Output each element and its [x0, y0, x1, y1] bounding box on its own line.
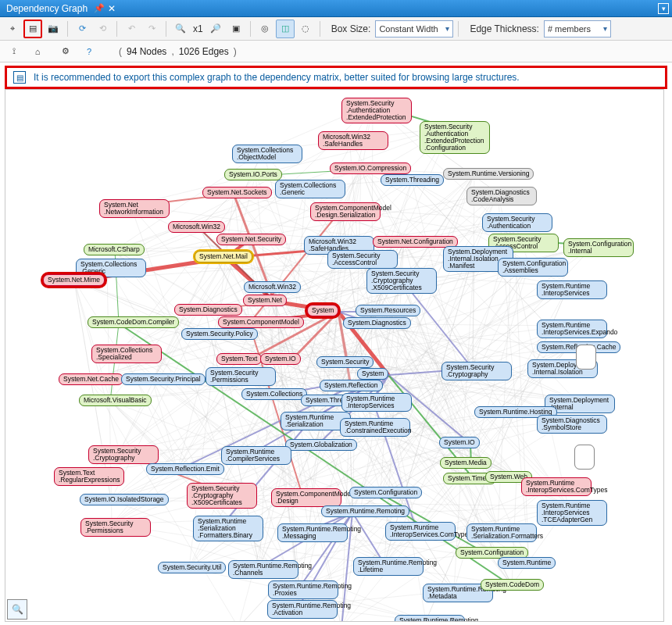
graph-node[interactable]: System.Security	[316, 356, 374, 368]
window-menu-dropdown[interactable]: ▾	[658, 3, 669, 14]
graph-node[interactable]: System.CodeDom.Compiler	[88, 316, 179, 328]
matrix-export-icon[interactable]: ▤	[13, 71, 26, 84]
lasso-select-button[interactable]: ◌	[296, 20, 315, 38]
graph-node[interactable]: System.Text	[216, 353, 262, 365]
graph-node[interactable]: System.Net.Mime	[43, 274, 105, 286]
graph-node[interactable]: System.Security .Authentication .Extende…	[420, 121, 490, 154]
graph-node[interactable]: System.Runtime.Remoting .Contexts	[310, 621, 381, 622]
graph-node[interactable]: System.Runtime.Versioning	[443, 168, 534, 180]
graph-node[interactable]: System.Security .Cryptography .X509Certi…	[366, 268, 437, 294]
graph-node[interactable]: System.Net.Security	[216, 234, 286, 245]
box-size-select[interactable]: Constant Width	[375, 20, 453, 38]
edge-thickness-select[interactable]: # members	[544, 20, 611, 38]
graph-node[interactable]: System.Diagnostics .CodeAnalysis	[466, 187, 537, 205]
zoom-out-button[interactable]: 🔎	[206, 20, 225, 38]
graph-node[interactable]: System.Runtime.Remoting .Lifetime	[353, 557, 424, 576]
graph-node[interactable]: System.Security .AccessControl	[327, 250, 398, 269]
graph-node[interactable]: System	[307, 305, 338, 316]
graph-node[interactable]: System.Collections .Specialized	[91, 345, 162, 363]
graph-node[interactable]: System.Threading	[381, 174, 444, 186]
settings-button[interactable]: ⚙	[56, 42, 75, 61]
graph-node[interactable]: System.Runtime .InteropServices.ComTypes	[385, 522, 456, 541]
refresh-alt-button[interactable]: ⟲	[93, 20, 112, 38]
refresh-button[interactable]: ⟳	[73, 20, 91, 38]
graph-node[interactable]: System.Collections .ObjectModel	[232, 145, 302, 163]
graph-node[interactable]: System.Security .Cryptography	[88, 445, 159, 464]
graph-node[interactable]: System.Runtime	[498, 557, 556, 569]
graph-node[interactable]: System.Configuration .Internal	[563, 238, 634, 257]
graph-node[interactable]: System.Collections	[241, 388, 307, 400]
graph-node[interactable]: System.Reflection.Emit	[146, 463, 224, 475]
graph-node[interactable]: System.Configuration .Assemblies	[498, 258, 568, 277]
marquee-select-button[interactable]: ◫	[276, 20, 295, 38]
graph-node[interactable]: System.Globalization	[285, 439, 357, 451]
graph-node[interactable]: Microsoft.Win32	[244, 281, 301, 293]
pin-icon[interactable]: 📌	[94, 3, 105, 13]
graph-node[interactable]: System.IO.Ports	[224, 169, 282, 180]
graph-node[interactable]: System.Security .Cryptography	[441, 362, 512, 380]
recommendation-message[interactable]: It is recommended to export this complex…	[34, 72, 520, 83]
graph-node[interactable]: System.Net .NetworkInformation	[99, 199, 170, 218]
close-icon[interactable]: ✕	[108, 3, 116, 14]
graph-node[interactable]: System.Diagnostics	[174, 304, 242, 316]
graph-node[interactable]: System.ComponentModel .Design.Serializat…	[310, 202, 381, 221]
graph-node[interactable]: System.Security.Principal	[121, 373, 206, 385]
graph-node[interactable]: System.Runtime .CompilerServices	[221, 446, 291, 465]
redo-button[interactable]: ↷	[142, 20, 161, 38]
graph-node[interactable]: System.Collections .Generic	[275, 180, 345, 198]
graph-node[interactable]: System.IO	[260, 353, 301, 365]
graph-node[interactable]: System.Media	[440, 457, 491, 469]
export-matrix-button[interactable]: ▤	[23, 20, 42, 38]
graph-node[interactable]: System.Net.Mail	[195, 251, 252, 262]
graph-node[interactable]: System.Security.Util	[158, 562, 226, 573]
graph-node[interactable]: Microsoft.CSharp	[84, 244, 145, 255]
graph-node[interactable]: System.Runtime.Remoting .Channels	[228, 560, 298, 579]
graph-node[interactable]: System.Runtime .InteropServices	[341, 393, 412, 412]
graph-node[interactable]: System.Diagnostics	[343, 317, 411, 329]
screenshot-button[interactable]: 📷	[44, 20, 63, 38]
zoom-in-button[interactable]: 🔍	[171, 20, 190, 38]
graph-node[interactable]: System.Diagnostics .SymbolStore	[537, 415, 607, 434]
graph-node[interactable]: System.Runtime .InteropServices.ComTypes	[521, 477, 592, 496]
graph-node[interactable]: System.Runtime .ConstrainedExecution	[340, 418, 410, 437]
graph-node[interactable]: System.Net.Sockets	[202, 187, 272, 198]
graph-node[interactable]: System	[357, 368, 388, 380]
undo-button[interactable]: ↶	[122, 20, 141, 38]
overview-toggle[interactable]: 🔍	[7, 599, 27, 620]
graph-node[interactable]: System.Security .Authentication	[482, 213, 552, 232]
graph-node[interactable]: System.ComponentModel .Design	[271, 488, 341, 507]
graph-node[interactable]: System.Runtime.Remoting	[321, 505, 409, 517]
graph-node[interactable]: System.Net.Cache	[59, 373, 123, 385]
graph-node[interactable]: System.Runtime .InteropServices .TCEAdap…	[537, 500, 607, 526]
graph-node[interactable]	[576, 345, 596, 370]
graph-node[interactable]: System.Runtime.Remoting .Services	[395, 615, 465, 622]
cluster-button[interactable]: ⟟	[5, 42, 23, 61]
graph-node[interactable]: System.Runtime .Serialization .Formatter…	[193, 516, 263, 541]
graph-node[interactable]: System.Text .RegularExpressions	[54, 467, 124, 486]
graph-node[interactable]: Microsoft.Win32	[168, 221, 225, 233]
graph-node[interactable]: System.Runtime.Remoting .Messaging	[277, 523, 348, 542]
help-button[interactable]: ?	[80, 42, 98, 61]
layout-hierarchy-button[interactable]: ⌖	[3, 20, 22, 38]
center-button[interactable]: ◎	[256, 20, 274, 38]
graph-node[interactable]: System.Runtime.Remoting .Activation	[267, 600, 338, 619]
graph-node[interactable]: System.Runtime .Serialization.Formatters	[466, 523, 537, 542]
graph-node[interactable]: System.Security .Permissions	[80, 518, 151, 537]
graph-node[interactable]: System.Security .Permissions	[206, 367, 276, 386]
zoom-fit-button[interactable]: ▣	[227, 20, 245, 38]
graph-node[interactable]: System.Security.Policy	[181, 328, 258, 340]
graph-node[interactable]: System.Runtime .InteropServices.Expando	[537, 320, 607, 338]
graph-node[interactable]: System.IO	[439, 437, 480, 448]
graph-node[interactable]: System.CodeDom	[481, 579, 544, 591]
graph-node[interactable]: Microsoft.Win32 .SafeHandles	[318, 131, 388, 150]
graph-node[interactable]: System.Security .Authentication .Extende…	[341, 98, 412, 123]
graph-node[interactable]: System.Resources	[356, 305, 420, 316]
graph-node[interactable]	[574, 445, 595, 470]
graph-node[interactable]: System.Runtime.Remoting .Proxies	[268, 580, 338, 599]
graph-node[interactable]: System.Reflection	[320, 380, 383, 391]
graph-node[interactable]: System.Security .Cryptography .X509Certi…	[187, 483, 257, 509]
graph-canvas[interactable]: System.Security .Authentication .Extende…	[5, 90, 663, 621]
graph-node[interactable]: System.Runtime .InteropServices	[537, 280, 607, 299]
graph-node[interactable]: System.ComponentModel	[218, 316, 304, 328]
graph-node[interactable]: System.Net	[243, 295, 287, 306]
